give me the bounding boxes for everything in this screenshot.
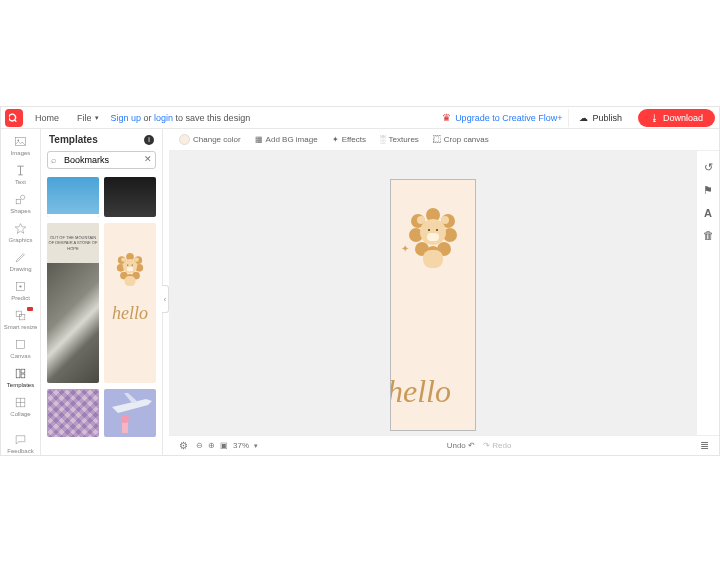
- layers-icon[interactable]: ≣: [700, 439, 709, 452]
- image-icon: [14, 135, 27, 148]
- zoom-out-button[interactable]: ⊖: [196, 441, 203, 450]
- search-wrap: ⌕ ✕: [47, 151, 156, 169]
- image-icon: ▦: [255, 135, 263, 144]
- fit-icon[interactable]: ▣: [220, 441, 228, 450]
- canvas-icon: [14, 338, 27, 351]
- workspace: Change color ▦Add BG image ✦Effects ░Tex…: [169, 129, 719, 455]
- zoom-value: 37%: [233, 441, 249, 450]
- download-label: Download: [663, 113, 703, 123]
- svg-rect-8: [19, 314, 24, 319]
- thumb-caption: OUT OF THE MOUNTAIN OF DESPAIR A STONE O…: [47, 235, 99, 251]
- clear-icon[interactable]: ✕: [144, 154, 152, 164]
- template-thumb[interactable]: OUT OF THE MOUNTAIN OF DESPAIR A STONE O…: [47, 223, 99, 383]
- template-thumb[interactable]: [104, 177, 156, 217]
- crop-button[interactable]: ⿴Crop canvas: [433, 135, 489, 144]
- tail-icon: ✦: [401, 243, 409, 254]
- redo-button[interactable]: ↷ Redo: [483, 441, 511, 450]
- panel-header: Templates i: [41, 129, 162, 147]
- template-thumb[interactable]: [47, 389, 99, 437]
- file-menu[interactable]: File ▾: [71, 110, 105, 126]
- design-canvas[interactable]: ✦ hello: [390, 179, 476, 431]
- rail-drawing[interactable]: Drawing: [9, 251, 31, 272]
- textures-button[interactable]: ░Textures: [380, 135, 419, 144]
- templates-icon: [14, 367, 27, 380]
- svg-point-6: [19, 285, 21, 287]
- chat-icon: [14, 433, 27, 446]
- canvas-toolbar: Change color ▦Add BG image ✦Effects ░Tex…: [169, 129, 719, 151]
- rail-collage[interactable]: Collage: [10, 396, 30, 417]
- template-thumb[interactable]: [104, 389, 156, 437]
- publish-label: Publish: [592, 113, 622, 123]
- rail-templates[interactable]: Templates: [7, 367, 34, 388]
- template-thumb[interactable]: hello: [104, 223, 156, 383]
- lion-graphic[interactable]: ✦: [409, 208, 457, 260]
- cloud-icon: ☁: [579, 113, 588, 123]
- crop-icon: ⿴: [433, 135, 441, 144]
- crown-icon: ♛: [442, 112, 451, 123]
- canvas-area[interactable]: ✦ hello: [169, 151, 697, 435]
- trash-icon[interactable]: 🗑: [703, 229, 714, 241]
- pencil-icon: [14, 251, 27, 264]
- info-icon[interactable]: i: [144, 135, 154, 145]
- chevron-down-icon: ▾: [95, 114, 99, 122]
- rail-images[interactable]: Images: [11, 135, 31, 156]
- upgrade-link[interactable]: ♛ Upgrade to Creative Flow+: [442, 112, 562, 123]
- contrast-icon[interactable]: A: [704, 207, 712, 219]
- file-label: File: [77, 113, 92, 123]
- add-bg-button[interactable]: ▦Add BG image: [255, 135, 318, 144]
- collapse-panel-button[interactable]: ‹: [162, 285, 169, 313]
- sparkle-icon: ✦: [332, 135, 339, 144]
- zoom-controls: ⊖ ⊕ ▣ 37% ▾: [196, 441, 258, 450]
- panel-title: Templates: [49, 134, 98, 145]
- publish-button[interactable]: ☁ Publish: [568, 109, 632, 127]
- chevron-down-icon[interactable]: ▾: [254, 442, 258, 450]
- svg-marker-4: [15, 224, 26, 234]
- rail-canvas[interactable]: Canvas: [10, 338, 30, 359]
- template-grid: OUT OF THE MOUNTAIN OF DESPAIR A STONE O…: [41, 173, 162, 455]
- gear-icon[interactable]: ⚙: [179, 440, 188, 451]
- flag-icon[interactable]: ⚑: [703, 184, 713, 197]
- templates-panel: Templates i ⌕ ✕ OUT OF THE MOUNTAIN OF D…: [41, 129, 163, 455]
- svg-rect-2: [16, 200, 20, 204]
- hello-text[interactable]: hello: [390, 373, 451, 410]
- search-input[interactable]: [47, 151, 156, 169]
- svg-point-3: [20, 195, 24, 199]
- signup-link[interactable]: Sign up: [111, 113, 142, 123]
- svg-point-1: [18, 140, 20, 142]
- change-color-button[interactable]: Change color: [179, 134, 241, 145]
- home-button[interactable]: Home: [29, 110, 65, 126]
- effects-button[interactable]: ✦Effects: [332, 135, 366, 144]
- graphics-icon: [14, 222, 27, 235]
- zoom-in-button[interactable]: ⊕: [208, 441, 215, 450]
- search-icon: ⌕: [51, 155, 56, 165]
- resize-icon: [14, 309, 27, 322]
- svg-rect-9: [17, 341, 25, 349]
- rail-predict[interactable]: Predict: [11, 280, 30, 301]
- rail-text[interactable]: Text: [14, 164, 27, 185]
- download-button[interactable]: ⭳ Download: [638, 109, 715, 127]
- text-icon: [14, 164, 27, 177]
- left-rail: Images Text Shapes Graphics Drawing Pred…: [1, 129, 41, 455]
- svg-rect-7: [16, 311, 21, 316]
- undo-button[interactable]: Undo ↶: [447, 441, 475, 450]
- app-logo[interactable]: [5, 109, 23, 127]
- collage-icon: [14, 396, 27, 409]
- statusbar: ⚙ ⊖ ⊕ ▣ 37% ▾ Undo ↶ ↷ Redo ≣: [169, 435, 719, 455]
- rail-graphics[interactable]: Graphics: [8, 222, 32, 243]
- main-area: Images Text Shapes Graphics Drawing Pred…: [1, 129, 719, 455]
- plane-graphic: [104, 389, 156, 437]
- app-root: Home File ▾ Sign up or login to save thi…: [0, 106, 720, 456]
- logo-icon: [9, 112, 20, 123]
- login-link[interactable]: login: [154, 113, 173, 123]
- topbar: Home File ▾ Sign up or login to save thi…: [1, 107, 719, 129]
- undo-icon[interactable]: ↺: [704, 161, 713, 174]
- template-thumb[interactable]: [47, 177, 99, 217]
- texture-icon: ░: [380, 135, 386, 144]
- rail-smart-resize[interactable]: Smart resize: [4, 309, 38, 330]
- rail-feedback[interactable]: Feedback: [7, 433, 33, 454]
- lion-graphic: [117, 253, 143, 282]
- upgrade-label: Upgrade to Creative Flow+: [455, 113, 562, 123]
- svg-point-15: [121, 415, 129, 423]
- thumb-hello: hello: [112, 303, 148, 324]
- rail-shapes[interactable]: Shapes: [10, 193, 30, 214]
